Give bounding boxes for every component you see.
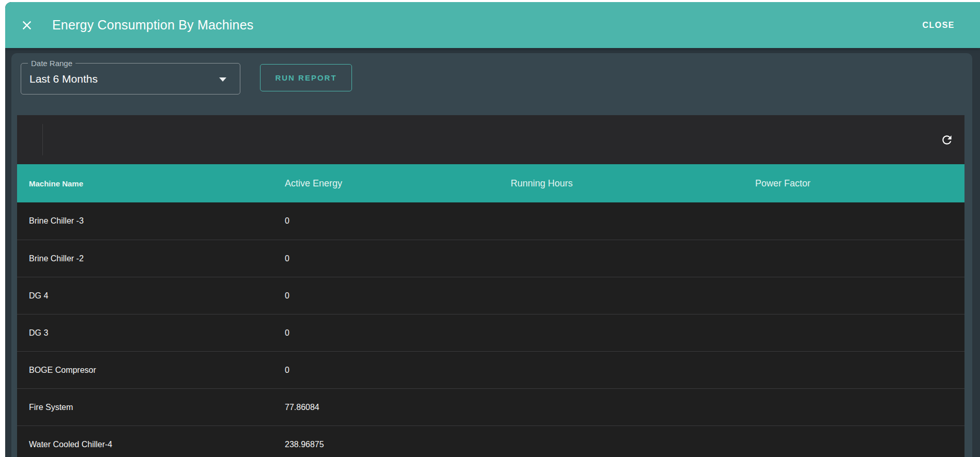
cell-active-energy: 0 xyxy=(285,366,511,375)
grid-toolbar xyxy=(17,115,964,164)
cell-active-energy: 0 xyxy=(285,328,511,338)
table-row: Water Cooled Chiller-4 238.96875 xyxy=(17,426,964,457)
cell-machine-name: Water Cooled Chiller-4 xyxy=(17,440,285,449)
cell-machine-name: Brine Chiller -2 xyxy=(17,254,285,263)
table-row: Fire System 77.86084 xyxy=(17,388,964,426)
run-report-button[interactable]: RUN REPORT xyxy=(260,64,352,91)
column-header-active-energy[interactable]: Active Energy xyxy=(285,178,511,189)
close-button[interactable] xyxy=(16,14,38,37)
close-text-button[interactable]: CLOSE xyxy=(921,15,956,35)
date-range-label: Date Range xyxy=(28,59,75,68)
column-header-machine-name[interactable]: Machine Name xyxy=(17,179,285,188)
cell-active-energy: 0 xyxy=(285,254,511,263)
dialog-titlebar: Energy Consumption By Machines CLOSE xyxy=(5,2,980,48)
report-grid: Machine Name Active Energy Running Hours… xyxy=(17,115,964,457)
date-range-value: Last 6 Months xyxy=(21,73,98,85)
cell-active-energy: 0 xyxy=(285,291,511,301)
cell-active-energy: 77.86084 xyxy=(285,403,511,412)
grid-body: Brine Chiller -3 0 Brine Chiller -2 0 DG… xyxy=(17,202,964,457)
date-range-select[interactable]: Date Range Last 6 Months xyxy=(21,63,240,94)
report-panel: Date Range Last 6 Months RUN REPORT Mach… xyxy=(11,53,972,457)
column-header-running-hours[interactable]: Running Hours xyxy=(511,178,755,189)
cell-machine-name: DG 3 xyxy=(17,328,285,338)
cell-active-energy: 238.96875 xyxy=(285,440,511,449)
table-row: DG 4 0 xyxy=(17,277,964,314)
report-dialog: Energy Consumption By Machines CLOSE Dat… xyxy=(5,2,980,457)
cell-machine-name: DG 4 xyxy=(17,291,285,301)
chevron-down-icon xyxy=(219,77,226,82)
cell-machine-name: Fire System xyxy=(17,403,285,412)
cell-active-energy: 0 xyxy=(285,216,511,226)
toolbar-divider xyxy=(42,124,43,155)
table-row: Brine Chiller -2 0 xyxy=(17,240,964,277)
close-icon xyxy=(20,18,34,33)
table-row: DG 3 0 xyxy=(17,314,964,351)
grid-header-row: Machine Name Active Energy Running Hours… xyxy=(17,164,964,202)
refresh-button[interactable] xyxy=(936,129,958,151)
refresh-icon xyxy=(940,133,954,147)
dialog-title: Energy Consumption By Machines xyxy=(52,18,254,33)
table-row: BOGE Compresor 0 xyxy=(17,351,964,388)
table-row: Brine Chiller -3 0 xyxy=(17,202,964,240)
cell-machine-name: BOGE Compresor xyxy=(17,366,285,375)
cell-machine-name: Brine Chiller -3 xyxy=(17,216,285,226)
column-header-power-factor[interactable]: Power Factor xyxy=(755,178,964,189)
